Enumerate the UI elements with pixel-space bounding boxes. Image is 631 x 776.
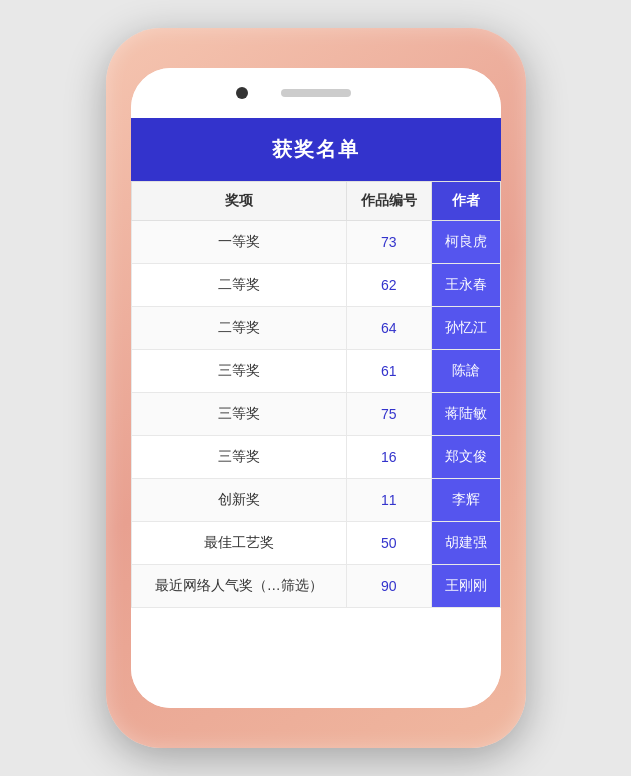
cell-author: 陈謒 [431,350,500,393]
cell-workid: 62 [346,264,431,307]
camera-icon [236,87,248,99]
cell-workid: 90 [346,565,431,608]
cell-award: 三等奖 [131,393,346,436]
cell-workid: 50 [346,522,431,565]
table-row: 二等奖62王永春 [131,264,500,307]
cell-award: 一等奖 [131,221,346,264]
awards-table: 奖项 作品编号 作者 一等奖73柯良虎二等奖62王永春二等奖64孙忆江三等奖61… [131,181,501,608]
table-row: 三等奖75蒋陆敏 [131,393,500,436]
cell-author: 李辉 [431,479,500,522]
table-title: 获奖名单 [131,118,501,181]
cell-award: 三等奖 [131,436,346,479]
col-header-award: 奖项 [131,182,346,221]
cell-author: 孙忆江 [431,307,500,350]
cell-workid: 11 [346,479,431,522]
cell-workid: 73 [346,221,431,264]
speaker [281,89,351,97]
cell-workid: 75 [346,393,431,436]
cell-author: 胡建强 [431,522,500,565]
table-row: 一等奖73柯良虎 [131,221,500,264]
cell-author: 王永春 [431,264,500,307]
table-row: 二等奖64孙忆江 [131,307,500,350]
cell-award: 创新奖 [131,479,346,522]
cell-author: 柯良虎 [431,221,500,264]
phone-top-bar [131,68,501,118]
cell-author: 王刚刚 [431,565,500,608]
cell-award: 最近网络人气奖（…筛选） [131,565,346,608]
col-header-workid: 作品编号 [346,182,431,221]
cell-workid: 61 [346,350,431,393]
phone-screen: 获奖名单 奖项 作品编号 作者 一等奖73柯良虎二等奖62王永春二等奖64孙忆江… [131,68,501,708]
table-row: 三等奖16郑文俊 [131,436,500,479]
phone-bottom-bar [131,678,501,708]
cell-award: 二等奖 [131,264,346,307]
table-row: 三等奖61陈謒 [131,350,500,393]
table-header-row: 奖项 作品编号 作者 [131,182,500,221]
cell-workid: 16 [346,436,431,479]
col-header-author: 作者 [431,182,500,221]
cell-author: 蒋陆敏 [431,393,500,436]
cell-award: 最佳工艺奖 [131,522,346,565]
table-row: 创新奖11李辉 [131,479,500,522]
cell-workid: 64 [346,307,431,350]
table-row: 最近网络人气奖（…筛选）90王刚刚 [131,565,500,608]
phone-frame: 获奖名单 奖项 作品编号 作者 一等奖73柯良虎二等奖62王永春二等奖64孙忆江… [106,28,526,748]
cell-author: 郑文俊 [431,436,500,479]
cell-award: 二等奖 [131,307,346,350]
screen-content[interactable]: 获奖名单 奖项 作品编号 作者 一等奖73柯良虎二等奖62王永春二等奖64孙忆江… [131,118,501,678]
cell-award: 三等奖 [131,350,346,393]
table-row: 最佳工艺奖50胡建强 [131,522,500,565]
